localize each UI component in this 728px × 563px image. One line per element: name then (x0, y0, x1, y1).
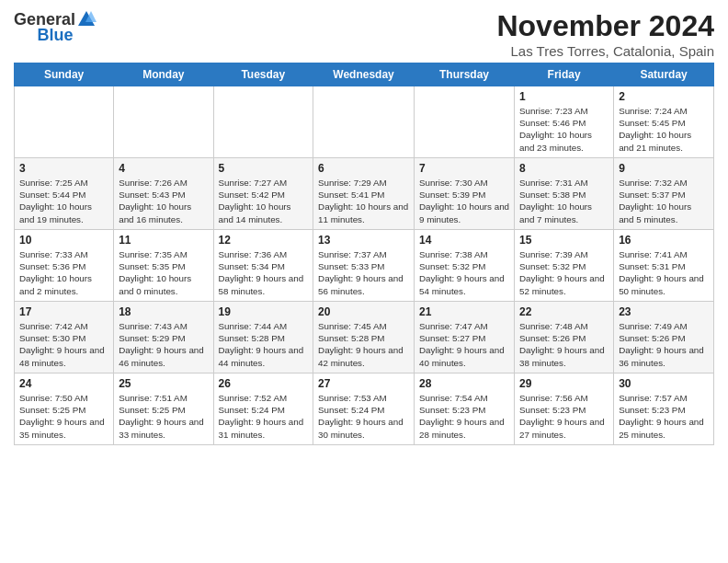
day-number: 10 (19, 234, 108, 247)
calendar-cell: 6Sunrise: 7:29 AMSunset: 5:41 PMDaylight… (313, 158, 415, 230)
day-info: Sunrise: 7:51 AMSunset: 5:25 PMDaylight:… (119, 392, 208, 441)
logo: General Blue (14, 9, 97, 45)
day-number: 19 (219, 305, 309, 318)
calendar-cell: 30Sunrise: 7:57 AMSunset: 5:23 PMDayligh… (614, 373, 714, 445)
day-info: Sunrise: 7:42 AMSunset: 5:30 PMDaylight:… (19, 320, 108, 369)
calendar-cell: 24Sunrise: 7:50 AMSunset: 5:25 PMDayligh… (15, 373, 114, 445)
month-title: November 2024 (496, 9, 714, 43)
day-number: 5 (219, 162, 309, 175)
day-number: 15 (519, 234, 609, 247)
calendar-cell (313, 86, 415, 158)
day-info: Sunrise: 7:49 AMSunset: 5:26 PMDaylight:… (619, 320, 709, 369)
day-info: Sunrise: 7:53 AMSunset: 5:24 PMDaylight:… (318, 392, 409, 441)
calendar-cell: 14Sunrise: 7:38 AMSunset: 5:32 PMDayligh… (415, 230, 515, 302)
day-info: Sunrise: 7:39 AMSunset: 5:32 PMDaylight:… (519, 248, 609, 297)
calendar-week-row: 3Sunrise: 7:25 AMSunset: 5:44 PMDaylight… (15, 158, 714, 230)
calendar-cell: 7Sunrise: 7:30 AMSunset: 5:39 PMDaylight… (415, 158, 515, 230)
day-number: 17 (19, 305, 108, 318)
calendar-cell (114, 86, 213, 158)
day-number: 2 (619, 90, 709, 103)
day-info: Sunrise: 7:37 AMSunset: 5:33 PMDaylight:… (318, 248, 409, 297)
day-info: Sunrise: 7:38 AMSunset: 5:32 PMDaylight:… (419, 248, 509, 297)
day-number: 16 (619, 234, 709, 247)
calendar-cell: 25Sunrise: 7:51 AMSunset: 5:25 PMDayligh… (114, 373, 213, 445)
day-info: Sunrise: 7:50 AMSunset: 5:25 PMDaylight:… (19, 392, 108, 441)
logo-icon (76, 9, 97, 29)
calendar-header-row: SundayMondayTuesdayWednesdayThursdayFrid… (15, 63, 714, 86)
day-number: 21 (419, 305, 509, 318)
day-info: Sunrise: 7:32 AMSunset: 5:37 PMDaylight:… (619, 177, 709, 225)
calendar-cell (415, 86, 515, 158)
day-info: Sunrise: 7:26 AMSunset: 5:43 PMDaylight:… (119, 177, 208, 225)
calendar-cell (15, 86, 114, 158)
day-number: 23 (619, 305, 709, 318)
calendar-cell: 13Sunrise: 7:37 AMSunset: 5:33 PMDayligh… (313, 230, 415, 302)
calendar-cell: 17Sunrise: 7:42 AMSunset: 5:30 PMDayligh… (15, 302, 114, 373)
day-info: Sunrise: 7:45 AMSunset: 5:28 PMDaylight:… (318, 320, 409, 369)
day-number: 25 (119, 377, 208, 390)
day-info: Sunrise: 7:29 AMSunset: 5:41 PMDaylight:… (318, 177, 409, 225)
calendar-cell: 2Sunrise: 7:24 AMSunset: 5:45 PMDaylight… (614, 86, 714, 158)
calendar-cell: 29Sunrise: 7:56 AMSunset: 5:23 PMDayligh… (515, 373, 614, 445)
calendar-cell: 19Sunrise: 7:44 AMSunset: 5:28 PMDayligh… (213, 302, 313, 373)
calendar-cell: 23Sunrise: 7:49 AMSunset: 5:26 PMDayligh… (614, 302, 714, 373)
title-section: November 2024 Las Tres Torres, Catalonia… (496, 9, 714, 59)
day-number: 13 (318, 234, 409, 247)
day-header-thursday: Thursday (415, 63, 515, 86)
day-info: Sunrise: 7:47 AMSunset: 5:27 PMDaylight:… (419, 320, 509, 369)
day-info: Sunrise: 7:52 AMSunset: 5:24 PMDaylight:… (219, 392, 309, 441)
day-info: Sunrise: 7:23 AMSunset: 5:46 PMDaylight:… (519, 105, 609, 154)
day-info: Sunrise: 7:56 AMSunset: 5:23 PMDaylight:… (519, 392, 609, 441)
day-number: 18 (119, 305, 208, 318)
calendar-week-row: 17Sunrise: 7:42 AMSunset: 5:30 PMDayligh… (15, 302, 714, 373)
day-info: Sunrise: 7:30 AMSunset: 5:39 PMDaylight:… (419, 177, 509, 225)
day-info: Sunrise: 7:27 AMSunset: 5:42 PMDaylight:… (219, 177, 309, 225)
day-info: Sunrise: 7:41 AMSunset: 5:31 PMDaylight:… (619, 248, 709, 297)
day-info: Sunrise: 7:24 AMSunset: 5:45 PMDaylight:… (619, 105, 709, 154)
day-number: 29 (519, 377, 609, 390)
calendar-table: SundayMondayTuesdayWednesdayThursdayFrid… (14, 63, 714, 445)
day-number: 12 (219, 234, 309, 247)
calendar-cell: 3Sunrise: 7:25 AMSunset: 5:44 PMDaylight… (15, 158, 114, 230)
day-number: 26 (219, 377, 309, 390)
day-number: 28 (419, 377, 509, 390)
day-info: Sunrise: 7:25 AMSunset: 5:44 PMDaylight:… (19, 177, 108, 225)
day-info: Sunrise: 7:33 AMSunset: 5:36 PMDaylight:… (19, 248, 108, 297)
calendar-cell: 11Sunrise: 7:35 AMSunset: 5:35 PMDayligh… (114, 230, 213, 302)
day-number: 6 (318, 162, 409, 175)
day-number: 24 (19, 377, 108, 390)
location: Las Tres Torres, Catalonia, Spain (496, 43, 714, 59)
day-number: 7 (419, 162, 509, 175)
day-number: 27 (318, 377, 409, 390)
calendar-cell: 8Sunrise: 7:31 AMSunset: 5:38 PMDaylight… (515, 158, 614, 230)
logo-blue-text: Blue (38, 26, 74, 45)
calendar-week-row: 1Sunrise: 7:23 AMSunset: 5:46 PMDaylight… (15, 86, 714, 158)
calendar-cell: 12Sunrise: 7:36 AMSunset: 5:34 PMDayligh… (213, 230, 313, 302)
header: General Blue November 2024 Las Tres Torr… (14, 9, 714, 59)
day-info: Sunrise: 7:31 AMSunset: 5:38 PMDaylight:… (519, 177, 609, 225)
calendar-cell: 26Sunrise: 7:52 AMSunset: 5:24 PMDayligh… (213, 373, 313, 445)
day-header-sunday: Sunday (15, 63, 114, 86)
day-info: Sunrise: 7:44 AMSunset: 5:28 PMDaylight:… (219, 320, 309, 369)
calendar-cell: 16Sunrise: 7:41 AMSunset: 5:31 PMDayligh… (614, 230, 714, 302)
day-info: Sunrise: 7:36 AMSunset: 5:34 PMDaylight:… (219, 248, 309, 297)
calendar-cell: 22Sunrise: 7:48 AMSunset: 5:26 PMDayligh… (515, 302, 614, 373)
day-number: 3 (19, 162, 108, 175)
day-number: 1 (519, 90, 609, 103)
day-header-tuesday: Tuesday (213, 63, 313, 86)
calendar-cell: 4Sunrise: 7:26 AMSunset: 5:43 PMDaylight… (114, 158, 213, 230)
day-number: 14 (419, 234, 509, 247)
calendar-cell: 27Sunrise: 7:53 AMSunset: 5:24 PMDayligh… (313, 373, 415, 445)
day-number: 22 (519, 305, 609, 318)
day-number: 20 (318, 305, 409, 318)
calendar-cell: 18Sunrise: 7:43 AMSunset: 5:29 PMDayligh… (114, 302, 213, 373)
day-header-monday: Monday (114, 63, 213, 86)
day-number: 8 (519, 162, 609, 175)
calendar-cell: 1Sunrise: 7:23 AMSunset: 5:46 PMDaylight… (515, 86, 614, 158)
calendar-cell: 10Sunrise: 7:33 AMSunset: 5:36 PMDayligh… (15, 230, 114, 302)
day-info: Sunrise: 7:48 AMSunset: 5:26 PMDaylight:… (519, 320, 609, 369)
calendar-cell: 20Sunrise: 7:45 AMSunset: 5:28 PMDayligh… (313, 302, 415, 373)
day-info: Sunrise: 7:35 AMSunset: 5:35 PMDaylight:… (119, 248, 208, 297)
day-header-wednesday: Wednesday (313, 63, 415, 86)
calendar-week-row: 10Sunrise: 7:33 AMSunset: 5:36 PMDayligh… (15, 230, 714, 302)
